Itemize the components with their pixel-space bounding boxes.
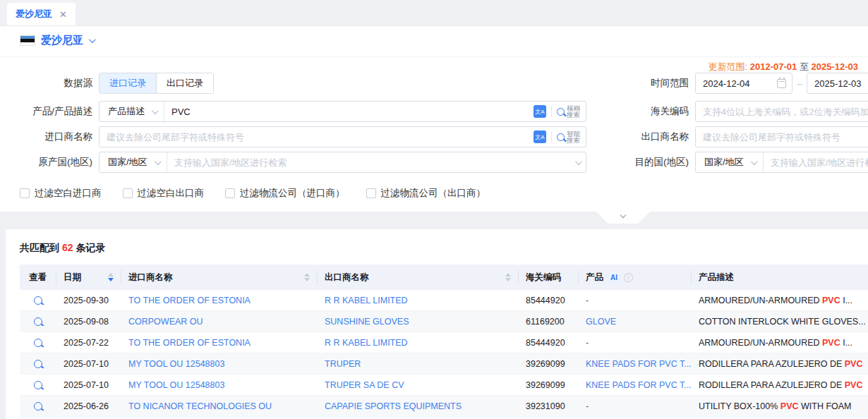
sort-date[interactable] [108, 273, 114, 281]
origin-country-label: 原产国(地区) [0, 156, 99, 169]
filter-checkbox-3[interactable]: 过滤物流公司（出口商） [366, 187, 486, 200]
importer-link[interactable]: TO THE ORDER OF ESTONIA [128, 296, 251, 305]
date-cell: 2025-09-08 [56, 317, 121, 327]
origin-country-select[interactable]: 国家/地区 [100, 152, 167, 172]
column-hs-code: 海关编码 [519, 270, 579, 284]
date-from-field[interactable] [701, 73, 773, 93]
chevron-down-icon [620, 212, 626, 218]
hs-code-cell: 85444920 [519, 338, 579, 348]
product-cell[interactable]: KNEE PADS FOR PVC T... [586, 359, 692, 369]
destination-country-label: 目的国(地区) [596, 156, 695, 169]
view-record-button[interactable] [20, 339, 56, 347]
product-cell[interactable]: - [586, 296, 589, 305]
chevron-down-icon[interactable] [575, 158, 582, 165]
product-input-group: 产品描述 文A 模糊搜索 [99, 101, 586, 122]
column-view: 查看 [20, 270, 56, 284]
magnifier-icon[interactable] [34, 339, 42, 347]
destination-country-select[interactable]: 国家/地区 [696, 152, 764, 172]
hs-code-input[interactable] [696, 102, 868, 121]
column-exporter[interactable]: 出口商名称 [318, 270, 519, 284]
info-icon[interactable]: i [624, 273, 633, 282]
checkbox-label: 过滤物流公司（出口商） [381, 187, 486, 200]
date-from-input[interactable] [695, 73, 792, 94]
date-cell: 2025-06-26 [56, 401, 121, 411]
product-type-select[interactable]: 产品描述 [100, 102, 164, 121]
view-record-button[interactable] [20, 402, 56, 411]
filter-checkbox-2[interactable]: 过滤物流公司（进口商） [225, 187, 345, 200]
product-cell[interactable]: KNEE PADS FOR PVC T... [586, 380, 692, 390]
exporter-link[interactable]: TRUPER SA DE CV [325, 380, 404, 390]
checkbox-icon[interactable] [225, 188, 235, 198]
hs-code-row: 海关编码 [596, 101, 868, 122]
exporter-link[interactable]: R R KABEL LIMITED [325, 338, 408, 348]
date-to-input[interactable] [807, 73, 868, 94]
importer-link[interactable]: TO NICANOR TECHNOLOGIES OU [128, 401, 272, 411]
table-row: 2025-07-22 TO THE ORDER OF ESTONIA R R K… [20, 332, 868, 353]
sort-exporter[interactable] [505, 273, 511, 281]
checkbox-icon[interactable] [366, 188, 376, 198]
magnifier-icon[interactable] [34, 360, 42, 368]
update-range-label: 更新范围: [709, 61, 748, 72]
exporter-row: 出口商名称 [596, 126, 868, 147]
import-records-tab[interactable]: 进口记录 [100, 73, 156, 93]
filter-checkbox-0[interactable]: 过滤空白进口商 [20, 187, 102, 200]
magnifier-icon[interactable] [34, 381, 42, 389]
tab-title: 爱沙尼亚 [16, 8, 52, 20]
column-product: 产品 AI i [579, 270, 692, 284]
date-to-field[interactable] [813, 73, 868, 93]
exporter-link[interactable]: CAPAPIE SPORTS EQUIPMENTS [325, 401, 462, 411]
time-range-row: 时间范围 – [596, 73, 868, 94]
importer-link[interactable]: MY TOOL OU 12548803 [128, 359, 224, 369]
origin-country-input[interactable] [167, 152, 569, 172]
fuzzy-search-button[interactable]: 模糊搜索 [557, 105, 580, 119]
description-cell: ARMOURED/UN-ARMOURED PVC I... [692, 296, 868, 305]
hs-code-cell: 85444920 [519, 296, 579, 305]
calendar-icon[interactable] [777, 79, 786, 88]
chevron-down-icon[interactable] [89, 36, 96, 43]
checkbox-label: 过滤物流公司（进口商） [240, 187, 345, 200]
ai-badge: AI [608, 273, 620, 282]
exporter-label: 出口商名称 [596, 130, 695, 143]
description-cell: COTTON INTERLOCK WHITE GLOVES... [692, 317, 868, 327]
importer-input[interactable] [100, 127, 528, 147]
update-range-to: 2025-12-03 [812, 61, 859, 72]
importer-link[interactable]: MY TOOL OU 12548803 [128, 380, 224, 390]
country-header[interactable]: 爱沙尼亚 [20, 34, 94, 47]
view-record-button[interactable] [20, 296, 56, 305]
date-cell: 2025-07-10 [56, 359, 121, 369]
destination-country-input[interactable] [764, 152, 868, 172]
product-cell[interactable]: GLOVE [586, 317, 616, 327]
time-range-label: 时间范围 [596, 77, 695, 90]
magnifier-icon[interactable] [34, 317, 42, 326]
checkbox-icon[interactable] [123, 188, 133, 198]
product-search-input[interactable] [164, 102, 528, 121]
collapse-filters-button[interactable] [596, 212, 650, 224]
exporter-input[interactable] [696, 127, 868, 147]
view-record-button[interactable] [20, 381, 56, 389]
divider [0, 56, 868, 57]
exporter-link[interactable]: SUNSHINE GLOVES [325, 317, 409, 327]
divider [551, 131, 552, 142]
product-cell[interactable]: - [586, 401, 589, 411]
magnifier-icon[interactable] [34, 296, 42, 305]
magnifier-icon[interactable] [34, 402, 42, 411]
view-record-button[interactable] [20, 360, 56, 368]
translate-icon[interactable]: 文A [534, 105, 546, 118]
product-cell[interactable]: - [586, 338, 589, 348]
view-record-button[interactable] [20, 317, 56, 326]
importer-link[interactable]: TO THE ORDER OF ESTONIA [128, 338, 251, 348]
importer-link[interactable]: CORPOWEAR OU [128, 317, 203, 327]
checkbox-icon[interactable] [20, 188, 30, 198]
column-date[interactable]: 日期 [56, 270, 121, 284]
translate-icon[interactable]: 文A [534, 130, 546, 143]
sort-importer[interactable] [304, 273, 310, 281]
smart-search-button[interactable]: 智能搜索 [557, 130, 580, 144]
exporter-link[interactable]: TRUPER [325, 359, 361, 369]
export-records-tab[interactable]: 出口记录 [156, 73, 213, 93]
filter-checkbox-row: 过滤空白进口商 过滤空白出口商 过滤物流公司（进口商） 过滤物流公司（出口商） [20, 187, 486, 200]
filter-checkbox-1[interactable]: 过滤空白出口商 [123, 187, 205, 200]
tab-close-icon[interactable]: ✕ [59, 9, 67, 20]
tab-estonia[interactable]: 爱沙尼亚 ✕ [7, 3, 76, 25]
column-importer[interactable]: 进口商名称 [121, 270, 318, 284]
exporter-link[interactable]: R R KABEL LIMITED [325, 296, 408, 305]
